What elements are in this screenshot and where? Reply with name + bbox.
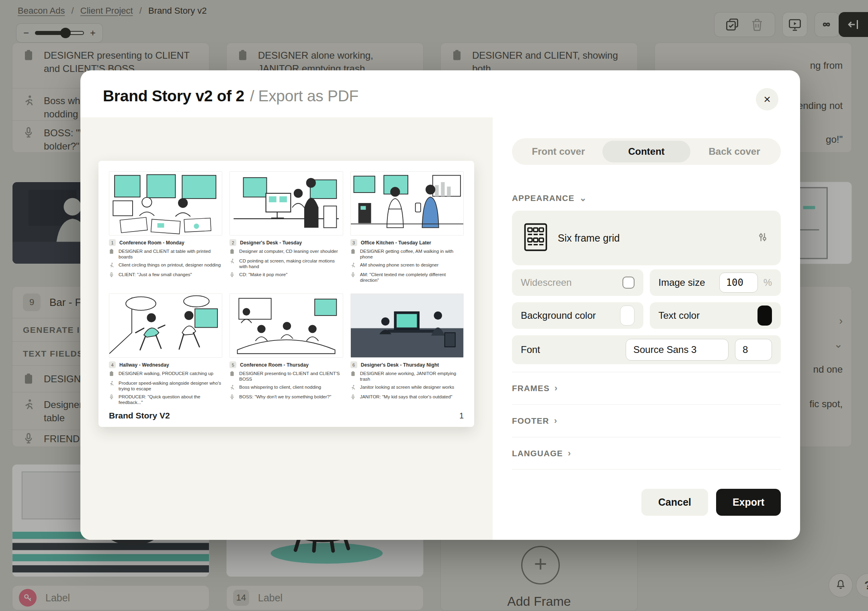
- tab-content[interactable]: Content: [602, 141, 690, 162]
- frame-description: DESIGNER getting coffee, AM walking in w…: [360, 248, 464, 260]
- frame-location: Conference Room - Thursday: [240, 362, 309, 368]
- export-button[interactable]: Export: [716, 489, 781, 516]
- clipboard-icon: [350, 248, 356, 256]
- frame-location: Hallway - Wednesday: [119, 362, 169, 368]
- mic-icon: [229, 394, 235, 401]
- chevron-down-icon: ⌄: [579, 193, 588, 203]
- frame-description: DESIGNER alone working, JANITOR emptying…: [360, 371, 464, 382]
- mic-icon: [109, 394, 115, 401]
- frame-number: 3: [350, 239, 357, 246]
- clipboard-icon: [109, 371, 115, 378]
- frame-number: 1: [109, 239, 116, 246]
- frame-illustration-meeting: [229, 293, 343, 358]
- tab-front-cover[interactable]: Front cover: [514, 141, 602, 162]
- image-size-setting: Image size 100 %: [650, 269, 781, 296]
- widescreen-setting: Widescreen: [512, 269, 643, 296]
- frame-action: Janitor looking at screen while designer…: [360, 384, 454, 390]
- frame-description: DESIGNER and CLIENT at table with printe…: [119, 248, 222, 260]
- close-icon: ×: [764, 92, 771, 106]
- font-label: Font: [521, 344, 619, 355]
- frame-action: CD pointing at screen, making circular m…: [239, 258, 343, 269]
- background-color-swatch[interactable]: [620, 306, 635, 326]
- preview-frame-2: 2Designer's Desk - Tuesday Designer at c…: [229, 171, 343, 283]
- run-icon: [229, 258, 235, 265]
- run-icon: [109, 380, 115, 388]
- page-footer-title: Brand Story V2: [109, 411, 170, 420]
- close-button[interactable]: ×: [756, 88, 778, 111]
- layout-options-icon[interactable]: [757, 231, 769, 245]
- frame-action: Client circling things on printout, desi…: [119, 262, 221, 268]
- frame-location: Conference Room - Monday: [119, 240, 184, 246]
- frame-action: Boss whispering to client, client noddin…: [239, 384, 321, 390]
- chevron-right-icon: ›: [555, 383, 558, 394]
- clipboard-icon: [109, 248, 115, 256]
- frames-heading: FRAMES: [512, 383, 550, 393]
- app-screen: TEXT FIELDS DESIGNER presenting to CLIEN…: [0, 0, 868, 611]
- image-size-input[interactable]: 100: [719, 273, 758, 293]
- appearance-section-header[interactable]: APPEARANCE ⌄: [512, 193, 587, 203]
- frame-dialogue: CD: "Make it pop more": [239, 272, 287, 277]
- preview-frame-3: 3Office Kitchen - Tuesday Later DESIGNER…: [350, 171, 464, 283]
- font-setting: Font Source Sans 3 8: [512, 335, 781, 364]
- frame-number: 5: [229, 361, 236, 368]
- clipboard-icon: [350, 371, 356, 378]
- chevron-right-icon: ›: [568, 448, 571, 459]
- text-color-swatch[interactable]: [757, 306, 772, 326]
- text-color-setting: Text color: [650, 302, 781, 329]
- language-heading: LANGUAGE: [512, 449, 563, 458]
- preview-frame-5: 5Conference Room - Thursday DESIGNER pre…: [229, 293, 343, 405]
- page-footer: Brand Story V2 1: [109, 411, 464, 420]
- mic-icon: [229, 272, 235, 279]
- mic-icon: [350, 394, 356, 401]
- frame-illustration-conference: [109, 171, 222, 236]
- frame-dialogue: AM: "Client texted me completely differe…: [360, 272, 464, 283]
- language-section-toggle[interactable]: LANGUAGE›: [512, 437, 781, 470]
- text-color-label: Text color: [659, 310, 752, 321]
- frame-action: AM showing phone screen to designer: [360, 262, 439, 268]
- frame-illustration-hallway: [109, 293, 222, 358]
- run-icon: [350, 262, 356, 269]
- footer-heading: FOOTER: [512, 416, 549, 426]
- frame-illustration-night-desk: [350, 293, 464, 358]
- cover-tabs: Front cover Content Back cover: [512, 138, 781, 165]
- layout-name: Six frame grid: [558, 232, 746, 244]
- footer-section-toggle[interactable]: FOOTER›: [512, 404, 781, 437]
- widescreen-checkbox[interactable]: [622, 277, 635, 289]
- frame-location: Office Kitchen - Tuesday Later: [361, 240, 431, 246]
- frame-number: 6: [350, 361, 357, 368]
- chevron-right-icon: ›: [554, 416, 558, 426]
- cancel-button[interactable]: Cancel: [641, 489, 708, 516]
- image-size-unit: %: [764, 277, 772, 288]
- frame-dialogue: BOSS: "Why don't we try something bolder…: [239, 394, 331, 400]
- frame-description: DESIGNER walking, PRODUCER catching up: [119, 371, 213, 376]
- font-family-input[interactable]: Source Sans 3: [626, 339, 729, 361]
- export-pdf-modal: Brand Story v2 of 2/Export as PDF ×: [80, 70, 800, 540]
- frame-illustration-kitchen: [350, 171, 464, 236]
- frame-description: DESIGNER presenting to CLIENT and CLIENT…: [239, 371, 343, 382]
- frame-dialogue: PRODUCER: "Quick question about the feed…: [119, 394, 222, 405]
- settings-row-1: Widescreen Image size 100 %: [512, 269, 781, 296]
- font-size-input[interactable]: 8: [735, 339, 772, 361]
- modal-actions: Cancel Export: [641, 489, 781, 516]
- pdf-preview-panel: 1Conference Room - Monday DESIGNER and C…: [80, 117, 493, 540]
- frame-grid: 1Conference Room - Monday DESIGNER and C…: [109, 171, 464, 405]
- collapsed-sections: FRAMES› FOOTER› LANGUAGE›: [512, 372, 781, 470]
- run-icon: [109, 262, 115, 269]
- background-color-setting: Background color: [512, 302, 643, 329]
- modal-title: Brand Story v2 of 2/Export as PDF: [103, 87, 358, 105]
- tab-back-cover[interactable]: Back cover: [690, 141, 778, 162]
- frame-dialogue: CLIENT: "Just a few small changes": [119, 272, 192, 277]
- export-settings-panel: Front cover Content Back cover APPEARANC…: [493, 117, 800, 540]
- clipboard-icon: [229, 248, 235, 256]
- preview-frame-6: 6Designer's Desk - Thursday Night DESIGN…: [350, 293, 464, 405]
- layout-selector[interactable]: Six frame grid: [512, 211, 781, 265]
- modal-title-text: Brand Story v2 of 2: [103, 87, 244, 105]
- preview-frame-4: 4Hallway - Wednesday DESIGNER walking, P…: [109, 293, 222, 405]
- pdf-page-preview: 1Conference Room - Monday DESIGNER and C…: [98, 161, 474, 427]
- widescreen-label: Widescreen: [521, 277, 617, 288]
- modal-title-separator: /: [250, 87, 254, 105]
- frames-section-toggle[interactable]: FRAMES›: [512, 372, 781, 404]
- mic-icon: [109, 272, 115, 279]
- frame-dialogue: JANITOR: "My kid says that color's outda…: [360, 394, 452, 400]
- frame-number: 2: [229, 239, 236, 246]
